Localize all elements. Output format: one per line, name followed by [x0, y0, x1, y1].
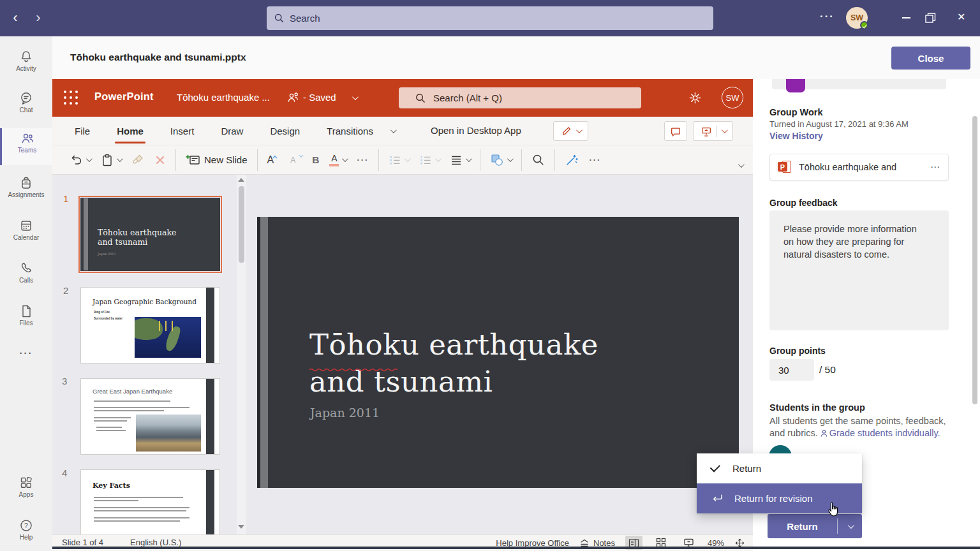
sidebar-item-more[interactable]: ··· — [0, 348, 52, 367]
sidebar-item-files[interactable]: Files — [0, 301, 52, 338]
chevron-down-icon — [435, 156, 442, 162]
document-name[interactable]: Tōhoku earthquake ... — [177, 92, 270, 103]
teams-title-bar: ‹ › Search ··· SW ✕ — [0, 0, 980, 36]
return-button[interactable]: Return — [768, 514, 862, 538]
tab-design[interactable]: Design — [256, 117, 313, 145]
tab-transitions[interactable]: Transitions — [313, 117, 387, 145]
shapes-icon — [490, 153, 504, 167]
panel-scrollbar[interactable] — [972, 116, 977, 404]
tab-insert[interactable]: Insert — [157, 117, 208, 145]
scroll-down-icon[interactable] — [238, 525, 244, 529]
sidebar-item-calendar[interactable]: Calendar — [0, 216, 52, 253]
powerpoint-logo-text[interactable]: PowerPoint — [94, 91, 154, 103]
slide-title[interactable]: Tōhoku earthquake and tsunami — [309, 327, 598, 400]
open-in-desktop-button[interactable]: Open in Desktop App — [431, 125, 521, 136]
students-group-description: All students get the same points, feedba… — [769, 415, 956, 439]
bullet-list-button[interactable] — [383, 149, 414, 172]
new-slide-button[interactable]: New Slide — [181, 149, 253, 172]
minimize-icon[interactable] — [902, 17, 910, 18]
tab-home[interactable]: Home — [103, 117, 157, 145]
restore-window-icon[interactable] — [924, 12, 936, 24]
points-input[interactable] — [769, 359, 814, 381]
sidebar-item-apps[interactable]: Apps — [0, 473, 52, 510]
slide-thumbnail-3[interactable]: Great East Japan Earthquake — [80, 378, 220, 455]
search-icon — [274, 13, 284, 23]
thumbnail-scrollbar[interactable] — [237, 175, 246, 534]
presence-available-icon — [860, 21, 868, 29]
attached-file-chip[interactable]: P Tōhoku earthquake and ⋯ — [769, 154, 949, 180]
forward-arrow-icon[interactable]: › — [31, 9, 46, 27]
undo-button[interactable] — [65, 149, 96, 172]
menu-item-return[interactable]: Return — [697, 453, 862, 483]
grow-font-button[interactable]: A — [262, 149, 286, 172]
scroll-up-icon[interactable] — [238, 178, 244, 182]
more-commands-button[interactable]: ··· — [584, 149, 606, 172]
format-painter-button[interactable] — [126, 149, 149, 172]
tab-file[interactable]: File — [61, 117, 103, 145]
grade-individually-link[interactable]: Grade students indvidually. — [829, 428, 940, 438]
present-button[interactable] — [693, 121, 733, 141]
person-icon — [820, 429, 828, 437]
document-title-bar: Tōhoku earthquake and tsunami.pptx Close — [52, 36, 980, 79]
ribbon-tabs: File Home Insert Draw Design Transitions… — [52, 117, 753, 145]
more-options-icon[interactable]: ··· — [820, 10, 835, 23]
bullet-list-icon — [389, 154, 401, 166]
slide-thumbnail-1[interactable]: Tōhoku earthquake and tsunami Japan 2011 — [80, 198, 220, 271]
file-more-options-icon[interactable]: ⋯ — [930, 161, 940, 173]
bold-button[interactable]: B — [307, 149, 324, 172]
close-button[interactable]: Close — [891, 47, 970, 70]
shrink-font-button[interactable]: A — [285, 149, 307, 172]
delete-x-icon — [154, 154, 166, 166]
map-image — [135, 317, 201, 358]
chevron-down-icon[interactable] — [352, 94, 359, 100]
comments-button[interactable] — [664, 121, 687, 141]
delete-button[interactable] — [149, 149, 171, 172]
slide-accent-strip — [206, 379, 214, 454]
language-selector[interactable]: English (U.S.) — [130, 538, 181, 547]
shapes-button[interactable] — [485, 149, 517, 172]
view-history-link[interactable]: View History — [769, 131, 823, 141]
tab-draw[interactable]: Draw — [207, 117, 256, 145]
thumbnail-bullet: Ring of Fire — [94, 311, 110, 314]
thumbnail-bullet: Surrounded by water — [94, 317, 122, 320]
more-tabs-chevron-icon[interactable] — [390, 127, 397, 133]
sidebar-item-help[interactable]: ? Help — [0, 515, 52, 551]
sidebar-item-teams[interactable]: Teams — [0, 128, 52, 165]
scrollbar-thumb[interactable] — [239, 186, 244, 263]
sidebar-item-activity[interactable]: Activity — [0, 47, 52, 84]
close-window-icon[interactable]: ✕ — [957, 11, 965, 23]
align-button[interactable] — [445, 149, 475, 172]
back-arrow-icon[interactable]: ‹ — [8, 9, 23, 27]
app-launcher-icon[interactable] — [64, 91, 78, 105]
slide-thumbnail-2[interactable]: Japan Geographic Background Ring of Fire… — [80, 287, 220, 364]
find-button[interactable] — [526, 149, 550, 172]
paste-button[interactable] — [96, 149, 126, 172]
check-icon — [710, 462, 720, 472]
feedback-label: Group feedback — [769, 198, 838, 208]
turned-in-status: Turned in August 17, 2021 at 9:36 AM — [769, 119, 909, 129]
more-font-options-button[interactable]: ··· — [352, 149, 374, 172]
sidebar-item-calls[interactable]: Calls — [0, 258, 52, 295]
present-icon — [701, 126, 712, 137]
powerpoint-avatar[interactable]: SW — [722, 87, 743, 108]
designer-button[interactable] — [560, 149, 584, 172]
editing-mode-button[interactable] — [553, 121, 588, 141]
saved-status: - Saved — [303, 92, 336, 103]
slide-canvas[interactable]: Tōhoku earthquake and tsunami Japan 2011 — [257, 217, 739, 488]
teams-search-input[interactable]: Search — [267, 6, 713, 30]
gear-icon[interactable] — [688, 91, 702, 105]
sidebar-item-label: Apps — [0, 491, 52, 498]
sidebar-item-chat[interactable]: Chat — [0, 88, 52, 125]
chevron-down-icon — [117, 156, 123, 162]
slide-subtitle[interactable]: Japan 2011 — [310, 406, 380, 420]
chevron-down-icon — [466, 156, 472, 162]
grading-panel: Group Work Turned in August 17, 2021 at … — [753, 79, 980, 551]
sidebar-item-assignments[interactable]: Assignments — [0, 173, 52, 210]
font-color-button[interactable]: A — [324, 149, 352, 172]
return-options-chevron[interactable] — [838, 524, 862, 529]
feedback-textarea[interactable]: Please provide more information on how t… — [769, 210, 949, 330]
slide-thumbnail-4[interactable]: Key Facts — [80, 469, 220, 534]
numbered-list-button[interactable] — [414, 149, 445, 172]
powerpoint-search-input[interactable]: Search (Alt + Q) — [399, 87, 641, 108]
text-line-placeholder — [94, 520, 180, 522]
